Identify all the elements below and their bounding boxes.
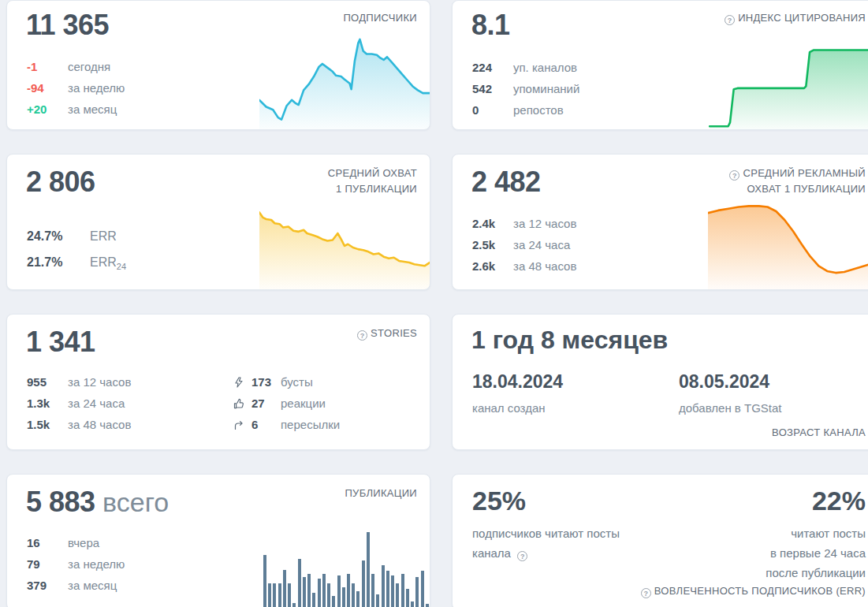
publication-bar (401, 574, 404, 607)
citation-index-chart (693, 32, 868, 129)
stories-views: 955 за 12 часов 1.3k за 24 часа 1.5k за … (27, 371, 131, 435)
publication-bar (367, 532, 370, 607)
publication-bar (278, 583, 281, 607)
citation-stats: 224 уп. каналов 542 упоминаний 0 репосто… (472, 57, 579, 121)
stat-row: 27 реакции (233, 393, 340, 414)
stat-row: 955 за 12 часов (27, 371, 131, 393)
publication-bar (292, 603, 296, 607)
stat-row: 2.6k за 48 часов (472, 255, 576, 277)
subscribers-card: 11 365 ПОДПИСЧИКИ -1 сегодня -94 за неде… (6, 0, 430, 130)
publications-suffix: всего (102, 487, 169, 517)
tgstat-dashboard: 11 365 ПОДПИСЧИКИ -1 сегодня -94 за неде… (0, 0, 868, 607)
publication-bar (332, 596, 335, 607)
err-description: подписчиков читают посты канала ? (472, 523, 620, 563)
avg-reach-card-title: СРЕДНИЙ ОХВАТ 1 ПУБЛИКАЦИИ (328, 166, 417, 197)
delta-month: +20 (27, 99, 68, 120)
publication-bar (263, 555, 266, 607)
publication-bar (318, 579, 321, 607)
stories-engagement: 173 бусты 27 реакции 6 пересылки (233, 371, 340, 435)
avg-ad-reach-card: 2 482 ?СРЕДНИЙ РЕКЛАМНЫЙ ОХВАТ 1 ПУБЛИКА… (452, 154, 868, 290)
publication-bar (298, 559, 301, 607)
stat-row: 79 за неделю (27, 553, 125, 575)
stories-value: 1 341 (26, 326, 95, 359)
publication-bar (411, 601, 414, 607)
publication-bar (273, 583, 276, 607)
help-icon[interactable]: ? (725, 15, 735, 25)
publication-bar (303, 577, 306, 607)
publications-value: 5 883 всего (26, 486, 169, 519)
subscribers-value: 11 365 (26, 9, 109, 42)
stat-row: 2.5k за 24 часа (472, 234, 576, 255)
stat-row: 21.7% ERR24 (27, 251, 126, 277)
err-percent: 25% (472, 486, 526, 516)
stat-row: 24.7% ERR (27, 225, 126, 251)
avg-reach-card: 2 806 СРЕДНИЙ ОХВАТ 1 ПУБЛИКАЦИИ 24.7% E… (6, 154, 430, 290)
help-icon[interactable]: ? (641, 588, 651, 598)
stat-row: 6 пересылки (233, 414, 340, 435)
publication-bar (415, 577, 419, 607)
channel-age-card: 1 год 8 месяцев 18.04.2024 канал создан … (452, 314, 868, 450)
stat-row: 1.5k за 48 часов (27, 414, 131, 435)
subscribers-card-title: ПОДПИСЧИКИ (343, 10, 417, 26)
stat-row: 1.3k за 24 часа (27, 393, 131, 414)
citation-card-title: ?ИНДЕКС ЦИТИРОВАНИЯ (725, 10, 866, 26)
subscribers-chart (259, 32, 430, 129)
publication-bar (268, 583, 271, 607)
avg-reach-chart (259, 206, 430, 289)
publication-bar (312, 593, 315, 607)
ad-reach-card-title: ?СРЕДНИЙ РЕКЛАМНЫЙ ОХВАТ 1 ПУБЛИКАЦИИ (729, 166, 866, 197)
engagement-card: 25% подписчиков читают посты канала ? 22… (452, 474, 868, 607)
publication-bar (337, 575, 341, 607)
err-stats: 24.7% ERR 21.7% ERR24 (27, 225, 126, 277)
publication-bar (322, 574, 326, 607)
delta-week: -94 (27, 77, 68, 99)
publication-bar (362, 560, 365, 607)
stat-row: 379 за месяц (27, 575, 125, 596)
citation-index-card: 8.1 ?ИНДЕКС ЦИТИРОВАНИЯ 224 уп. каналов … (452, 0, 868, 130)
stat-row: +20 за месяц (27, 99, 125, 120)
publication-bar (382, 565, 385, 607)
stories-card: 1 341 ?STORIES 955 за 12 часов 1.3k за 2… (6, 314, 430, 450)
stat-row: 542 упоминаний (472, 78, 579, 99)
engagement-card-title: ?ВОВЛЕЧЕННОСТЬ ПОДПИСЧИКОВ (ERR) (641, 585, 866, 598)
stat-row: -94 за неделю (27, 77, 125, 99)
forward-icon (233, 415, 251, 437)
help-icon[interactable]: ? (729, 170, 739, 181)
publication-bar (356, 591, 359, 607)
publication-bar (421, 571, 424, 607)
publication-bar (371, 574, 374, 607)
help-icon[interactable]: ? (357, 330, 367, 341)
channel-age-value: 1 год 8 месяцев (471, 326, 668, 355)
publication-bar (426, 604, 429, 607)
stories-card-title: ?STORIES (357, 326, 417, 341)
err24-description: читают посты в первые 24 часа после публ… (766, 523, 866, 583)
age-card-title: ВОЗРАСТ КАНАЛА (772, 426, 866, 438)
channel-added: 08.05.2024 добавлен в TGStat (679, 371, 782, 415)
err24-percent: 22% (812, 486, 866, 516)
publication-bar (347, 574, 350, 607)
publication-bar (406, 589, 409, 607)
publication-bar (386, 571, 389, 607)
stat-row: 173 бусты (233, 371, 340, 393)
ad-reach-value: 2 482 (471, 166, 541, 199)
publications-card: 5 883 всего ПУБЛИКАЦИИ 16 вчера 79 за не… (6, 474, 430, 607)
stat-row: 2.4k за 12 часов (472, 213, 576, 234)
citation-value: 8.1 (471, 9, 510, 42)
channel-created: 18.04.2024 канал создан (472, 371, 563, 415)
publication-bar (342, 587, 345, 607)
help-icon[interactable]: ? (517, 551, 527, 561)
avg-reach-value: 2 806 (26, 166, 95, 199)
publication-bar (307, 574, 311, 607)
delta-today: -1 (27, 56, 68, 77)
publication-bar (352, 583, 355, 607)
stat-row: 16 вчера (27, 532, 125, 553)
publications-bar-chart (263, 527, 429, 607)
publications-card-title: ПУБЛИКАЦИИ (345, 486, 417, 501)
ad-reach-stats: 2.4k за 12 часов 2.5k за 24 часа 2.6k за… (472, 213, 576, 277)
publication-bar (283, 570, 286, 607)
publication-bar (376, 594, 379, 607)
publication-bar (327, 583, 330, 607)
boost-icon (233, 373, 251, 394)
publication-bar (288, 583, 291, 607)
avg-ad-reach-chart (708, 203, 868, 289)
